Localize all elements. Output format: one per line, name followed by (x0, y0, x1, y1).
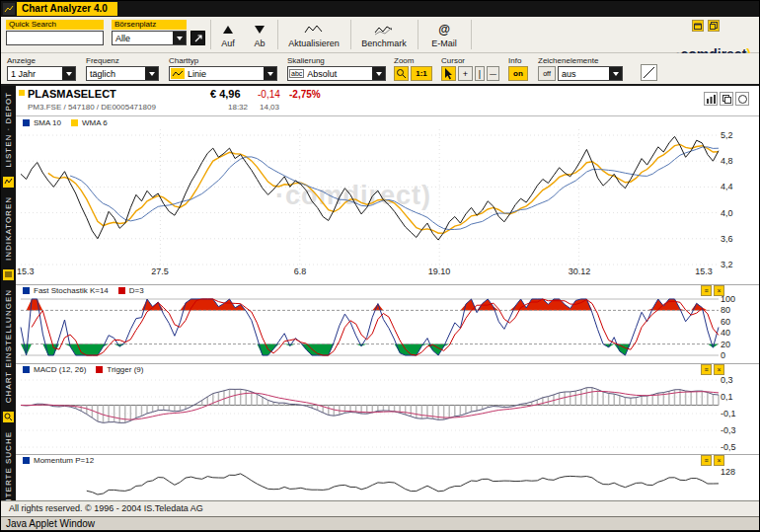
zeichen-off-icon[interactable]: off (538, 66, 556, 81)
benchmark-button[interactable]: Benchmark (354, 19, 414, 51)
copyright-text: All rights reserved. © 1996 - 2004 IS.Te… (9, 503, 203, 513)
stochastic-chart[interactable] (16, 296, 760, 359)
zeichenelemente-select[interactable]: aus (558, 66, 623, 81)
y-tick-label: 0 (721, 350, 725, 360)
sidebar-item-listen-depot[interactable]: LISTEN · DEPOT (4, 92, 13, 168)
chevron-down-icon[interactable] (173, 32, 186, 44)
search-icon[interactable] (3, 412, 14, 422)
draw-line-button[interactable] (641, 64, 657, 81)
stoch-d-legend-label: D=3 (129, 286, 144, 295)
charttyp-select[interactable]: Linie (169, 66, 277, 81)
y-tick-label: 4,0 (721, 208, 733, 218)
change-absolute: -0,14 (258, 89, 280, 100)
x-tick-label: 6.8 (280, 266, 320, 276)
chart-refresh-icon (281, 22, 346, 38)
price-chart[interactable] (16, 115, 760, 283)
panel-divider (16, 284, 759, 285)
auf-button[interactable]: Auf (214, 19, 242, 51)
chevron-down-icon[interactable] (264, 67, 276, 80)
stoch-d-swatch (118, 287, 125, 294)
window-title: Chart Analyzer 4.0 (22, 3, 108, 14)
abc-icon: abc (289, 69, 304, 78)
sidebar: LISTEN · DEPOT INDIKATOREN CHART EINSTEL… (1, 86, 16, 500)
macd-swatch (23, 366, 30, 373)
instrument-bullet-icon (19, 90, 25, 96)
diagonal-line-icon (643, 66, 655, 79)
benchmark-icon (354, 22, 414, 38)
y-tick-label: 0,1 (721, 392, 733, 402)
anzeige-value: 1 Jahr (8, 69, 62, 79)
windows-icon[interactable] (720, 92, 733, 106)
quick-search-label: Quick Search (6, 20, 104, 30)
momentum-chart[interactable] (16, 464, 760, 500)
y-tick-label: 20 (721, 340, 730, 349)
app-icon (3, 3, 15, 15)
skalierung-select[interactable]: abc Absolut (287, 66, 386, 81)
title-area: Chart Analyzer 4.0 (17, 2, 117, 16)
cursor-arrow-button[interactable] (441, 66, 456, 81)
maximize-window-icon[interactable] (708, 20, 720, 32)
sidebar-item-chart-einstellungen[interactable]: CHART EINSTELLUNGEN (4, 289, 13, 403)
email-button[interactable]: @ E-Mail (421, 19, 467, 51)
title-bar: Chart Analyzer 4.0 (1, 1, 759, 17)
settings-icon[interactable] (3, 269, 14, 280)
java-applet-bar: Java Applet Window (1, 516, 759, 530)
anzeige-label: Anzeige (7, 56, 36, 65)
boersenplatz-value: Alle (113, 34, 173, 43)
y-tick-label: 0,3 (721, 375, 733, 385)
y-tick-label: -0,3 (721, 425, 736, 435)
frequenz-select: täglich (86, 66, 159, 81)
chevron-down-icon[interactable] (145, 67, 158, 80)
panel-divider (16, 454, 759, 455)
macd-chart[interactable] (16, 375, 760, 452)
quote-date: 14,03 (260, 103, 279, 112)
info-toggle[interactable]: on (508, 66, 528, 81)
y-tick-label: 100 (721, 294, 735, 304)
status-bar: All rights reserved. © 1996 - 2004 IS.Te… (1, 500, 759, 516)
minimize-window-icon[interactable] (692, 20, 704, 32)
y-tick-label: 128 (721, 467, 735, 477)
zoom-reset-button[interactable]: 1:1 (411, 66, 432, 81)
macd-close-icon[interactable]: × (714, 364, 724, 375)
chevron-down-icon[interactable] (609, 67, 622, 80)
quick-search-input[interactable] (6, 31, 104, 45)
charttyp-value: Linie (185, 69, 264, 79)
instrument-header: PLASMASELECT PM3.FSE / 547180 / DE000547… (16, 86, 759, 116)
x-tick-label: 15.3 (17, 266, 46, 276)
down-arrow-icon (255, 26, 265, 34)
zoom-in-button[interactable] (394, 66, 409, 81)
chart-analyzer-window: Chart Analyzer 4.0 Quick Search Börsenpl… (0, 0, 760, 532)
frequenz-value: täglich (87, 69, 145, 79)
sidebar-item-indikatoren[interactable]: INDIKATOREN (4, 196, 13, 261)
boersenplatz-go-button[interactable] (190, 31, 205, 45)
circle-icon[interactable] (735, 92, 749, 106)
anzeige-select[interactable]: 1 Jahr (7, 66, 76, 81)
boersenplatz-select[interactable]: Alle (112, 31, 187, 45)
cursor-hline-button[interactable]: — (487, 66, 499, 81)
y-tick-label: 40 (721, 328, 730, 338)
toolbar-separator (418, 20, 418, 49)
charttyp-label: Charttyp (169, 56, 198, 65)
skalierung-value: Absolut (304, 69, 372, 79)
toolbar-separator (210, 20, 211, 49)
indicator-icon[interactable] (3, 177, 14, 188)
stochastic-settings-icon[interactable]: ≡ (701, 285, 712, 296)
cursor-cross-button[interactable]: + (458, 66, 473, 81)
instrument-id: PM3.FSE / 547180 / DE0005471809 (28, 103, 156, 112)
cursor-vline-button[interactable]: | (475, 66, 485, 81)
chevron-down-icon[interactable] (372, 67, 385, 80)
stochastic-legend: Fast Stochastik K=14 D=3 (23, 286, 144, 295)
aktualisieren-button[interactable]: Aktualisieren (281, 19, 346, 51)
chevron-down-icon[interactable] (62, 67, 75, 80)
macd-legend-label: MACD (12, 26) (34, 365, 86, 374)
toolbar-separator (471, 20, 472, 49)
x-tick-label: 19.10 (419, 266, 459, 276)
zeichenelemente-value: aus (559, 69, 609, 79)
line-chart-icon (171, 68, 185, 79)
y-tick-label: 4,4 (721, 182, 733, 191)
ab-button[interactable]: Ab (246, 19, 273, 51)
macd-settings-icon[interactable]: ≡ (701, 364, 712, 375)
stoch-k-swatch (23, 287, 30, 294)
x-tick-label: 27.5 (140, 266, 180, 276)
bar-chart-icon[interactable] (704, 92, 718, 106)
